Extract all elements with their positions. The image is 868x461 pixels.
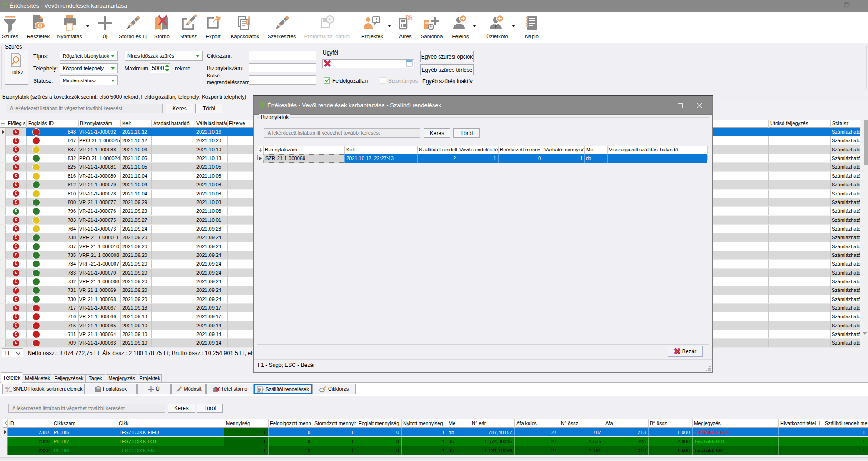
svg-text:SN: SN <box>5 386 8 389</box>
svg-text:LOT: LOT <box>7 390 12 393</box>
